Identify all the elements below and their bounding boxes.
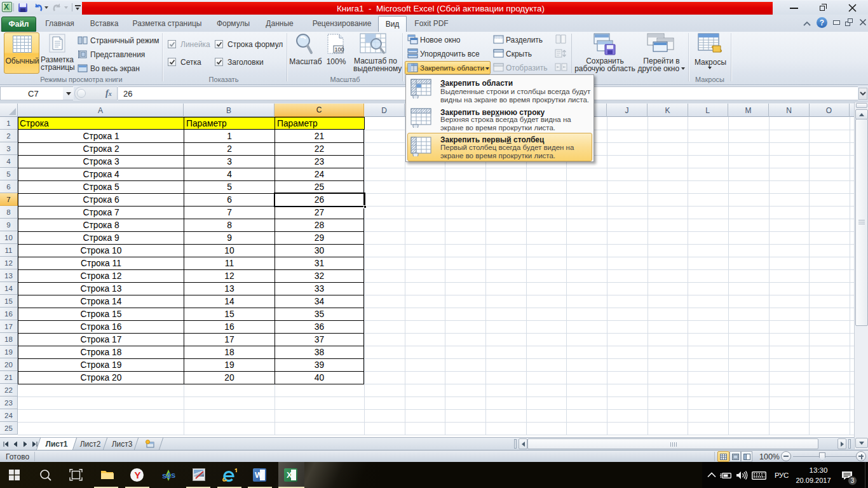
svg-text:4: 4 [166, 471, 171, 481]
svg-text:s: s [171, 470, 175, 480]
svg-text:100: 100 [335, 46, 344, 53]
